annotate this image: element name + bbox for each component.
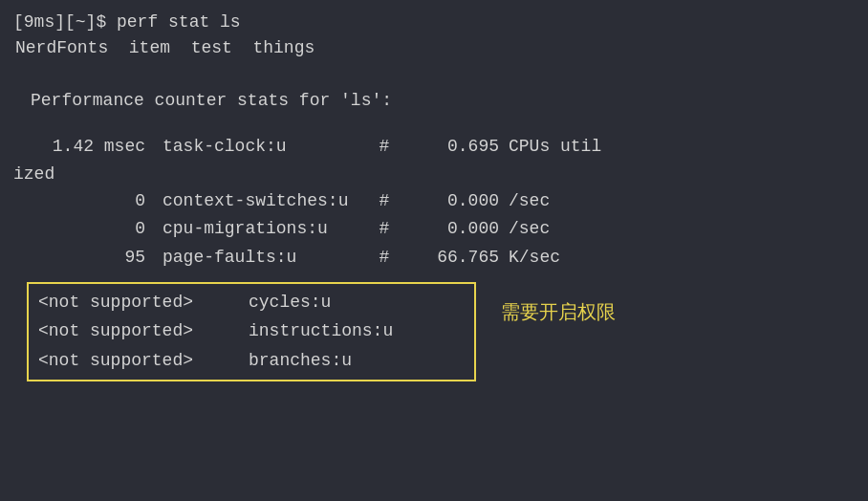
val-migrations: 0 [31, 215, 145, 244]
perf-content: 1.42 msec task-clock:u # 0.695 CPUs util… [13, 133, 855, 381]
runit-migrations: /sec [499, 215, 550, 244]
perf-row-pagefaults: 95 page-faults:u # 66.765 K/sec [13, 244, 855, 272]
event-taskclock: task-clock:u [145, 133, 365, 162]
rval-migrations: 0.000 [403, 215, 499, 244]
box-row-instructions: <not supported> instructions:u [29, 316, 474, 346]
box-row-branches: <not supported> branches:u [29, 346, 474, 376]
box-row-cycles: <not supported> cycles:u [29, 288, 474, 317]
perf-row-context: 0 context-switches:u # 0.000 /sec [13, 187, 855, 216]
not-supported-box: <not supported> cycles:u <not supported>… [27, 282, 476, 381]
not-supported-cycles: <not supported> [38, 288, 249, 317]
rval-taskclock: 0.695 [403, 133, 499, 162]
runit-pagefaults: K/sec [499, 244, 560, 272]
event-context: context-switches:u [145, 187, 365, 216]
hash-migrations: # [365, 215, 403, 244]
annotation-text: 需要开启权限 [501, 299, 616, 325]
perf-header: Performance counter stats for 'ls': [13, 88, 855, 114]
event-cycles: cycles:u [249, 288, 331, 317]
event-pagefaults: page-faults:u [145, 244, 365, 272]
hash-pagefaults: # [365, 244, 403, 272]
hash-taskclock: # [365, 133, 403, 162]
val-taskclock: 1.42 msec [31, 133, 145, 162]
ized-text: ized [13, 164, 54, 184]
event-migrations: cpu-migrations:u [145, 215, 365, 244]
perf-row-migrations: 0 cpu-migrations:u # 0.000 /sec [13, 215, 855, 244]
dir-list-line: NerdFonts item test things [13, 35, 855, 61]
perf-row-taskclock: 1.42 msec task-clock:u # 0.695 CPUs util [13, 133, 855, 162]
not-supported-instructions: <not supported> [38, 316, 249, 346]
val-context: 0 [31, 187, 145, 216]
val-pagefaults: 95 [31, 244, 145, 272]
not-supported-branches: <not supported> [38, 346, 249, 376]
runit-taskclock: CPUs util [499, 133, 601, 162]
box-container: <not supported> cycles:u <not supported>… [13, 282, 855, 381]
event-instructions: instructions:u [249, 316, 393, 346]
prompt-line: [9ms][~]$ perf stat ls [13, 10, 855, 35]
hash-context: # [365, 187, 403, 216]
runit-context: /sec [499, 187, 550, 216]
wrap-ized: ized [13, 162, 855, 187]
event-branches: branches:u [249, 346, 352, 376]
terminal: [9ms][~]$ perf stat ls NerdFonts item te… [0, 0, 868, 501]
rval-context: 0.000 [403, 187, 499, 216]
rval-pagefaults: 66.765 [403, 244, 499, 272]
